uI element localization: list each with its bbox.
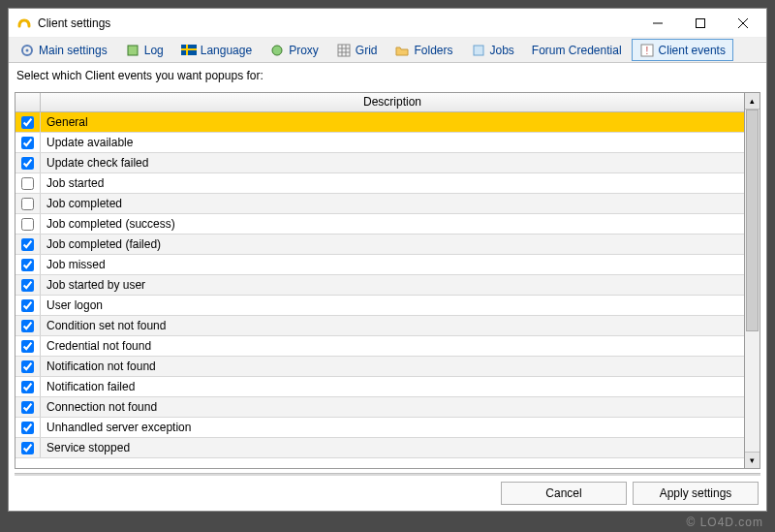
event-checkbox[interactable] [21,116,34,129]
svg-rect-9 [181,48,197,50]
vertical-scrollbar[interactable]: ▴ ▾ [744,92,760,469]
table-row[interactable]: User logon [16,296,744,316]
tab-proxy[interactable]: Proxy [262,39,326,61]
event-checkbox[interactable] [21,259,34,271]
tab-grid[interactable]: Grid [328,39,386,61]
minimize-button[interactable] [636,10,679,37]
row-checkbox-cell [16,336,41,356]
row-checkbox-cell [16,112,41,132]
tab-label: Folders [414,44,452,57]
event-label: Service stopped [41,441,744,454]
event-label: Job completed (success) [41,217,744,231]
event-label: Notification failed [41,380,744,393]
event-checkbox[interactable] [21,177,34,190]
event-checkbox[interactable] [21,299,34,312]
tab-label: Client events [659,44,726,57]
event-checkbox[interactable] [21,157,34,170]
event-label: Job started by user [41,278,744,292]
table-row[interactable]: Credential not found [16,336,744,357]
event-checkbox[interactable] [21,279,34,292]
watermark: © LO4D.com [0,512,775,532]
event-checkbox[interactable] [21,137,34,149]
table-row[interactable]: Update check failed [16,153,744,173]
row-checkbox-cell [16,296,41,315]
grid-icon [336,43,352,58]
apply-settings-button[interactable]: Apply settings [633,482,759,505]
row-checkbox-cell [16,377,41,396]
table-row[interactable]: General [16,112,744,133]
row-checkbox-cell [16,255,41,274]
event-checkbox[interactable] [21,381,34,393]
tab-forum-credential[interactable]: Forum Credential [524,39,630,61]
table-row[interactable]: Job completed (success) [16,214,744,235]
svg-rect-11 [338,45,350,56]
table-row[interactable]: Notification not found [16,357,744,377]
title-bar: Client settings [9,9,766,38]
svg-text:!: ! [645,46,648,56]
tab-label: Forum Credential [532,44,622,57]
scroll-track[interactable] [745,110,760,452]
log-icon [125,43,140,58]
header-description-col[interactable]: Description [41,93,744,111]
events-grid: Description GeneralUpdate availableUpdat… [15,92,760,469]
event-checkbox[interactable] [21,218,34,231]
event-label: Notification not found [41,360,744,373]
maximize-button[interactable] [679,10,722,37]
scroll-up-button[interactable]: ▴ [745,93,760,110]
header-checkbox-col[interactable] [16,93,41,111]
close-button[interactable] [722,10,764,37]
event-label: Connection not found [41,400,744,414]
svg-point-5 [26,48,29,51]
event-checkbox[interactable] [21,340,34,353]
event-label: Job started [41,176,744,190]
tab-main-settings[interactable]: Main settings [12,39,115,61]
scroll-thumb[interactable] [746,110,759,331]
table-row[interactable]: Job started [16,173,744,194]
event-label: Job completed (failed) [41,237,744,251]
tab-label: Grid [356,44,378,57]
event-checkbox[interactable] [21,422,34,434]
event-checkbox[interactable] [21,238,34,251]
row-checkbox-cell [16,153,41,172]
tab-log[interactable]: Log [117,39,171,61]
app-icon [16,16,32,31]
settings-tabs: Main settings Log Language Proxy Grid Fo… [9,38,766,63]
cancel-button[interactable]: Cancel [501,482,627,505]
scroll-down-button[interactable]: ▾ [745,452,760,468]
row-checkbox-cell [16,133,41,152]
gear-icon [19,43,35,58]
flag-icon [181,43,197,58]
tab-language[interactable]: Language [173,39,260,61]
table-row[interactable]: Connection not found [16,397,744,418]
folder-icon [394,43,410,58]
table-row[interactable]: Unhandled server exception [16,418,744,438]
button-bar: Cancel Apply settings [9,476,766,511]
tab-folders[interactable]: Folders [387,39,460,61]
table-row[interactable]: Job completed [16,194,744,214]
row-checkbox-cell [16,214,41,234]
row-checkbox-cell [16,275,41,295]
table-row[interactable]: Job started by user [16,275,744,296]
event-label: User logon [41,298,744,312]
row-checkbox-cell [16,194,41,213]
event-checkbox[interactable] [21,442,34,454]
tab-label: Jobs [490,44,514,57]
jobs-icon [471,43,486,58]
event-label: Update available [41,136,744,149]
tab-client-events[interactable]: ! Client events [632,39,733,61]
event-label: Update check failed [41,156,744,170]
table-row[interactable]: Condition set not found [16,316,744,336]
tab-jobs[interactable]: Jobs [463,39,522,61]
event-label: Job completed [41,197,744,210]
table-row[interactable]: Notification failed [16,377,744,397]
event-checkbox[interactable] [21,320,34,332]
table-row[interactable]: Service stopped [16,438,744,458]
tab-label: Log [144,44,164,57]
svg-rect-1 [697,18,705,27]
table-row[interactable]: Job missed [16,255,744,275]
event-checkbox[interactable] [21,198,34,210]
table-row[interactable]: Job completed (failed) [16,235,744,255]
event-checkbox[interactable] [21,360,34,373]
event-checkbox[interactable] [21,401,34,414]
table-row[interactable]: Update available [16,133,744,153]
